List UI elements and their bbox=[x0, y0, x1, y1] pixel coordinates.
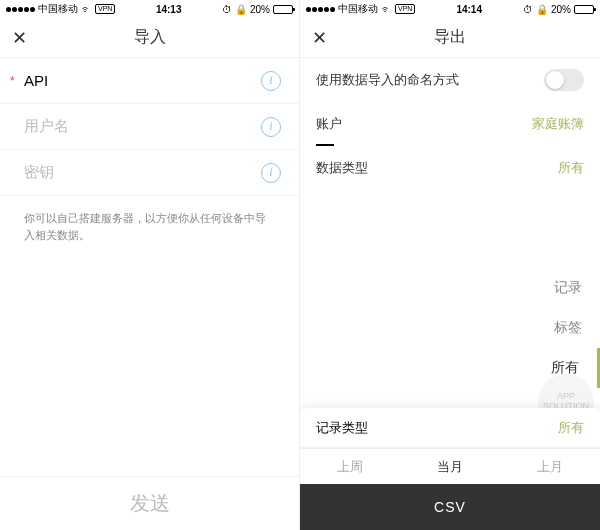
username-field-row[interactable]: 用户名 i bbox=[0, 104, 299, 150]
tab-this-month[interactable]: 当月 bbox=[400, 449, 500, 484]
datatype-value: 所有 bbox=[558, 159, 584, 177]
import-form: * API i 用户名 i 密钥 i 你可以自己搭建服务器，以方便你从任何设备中… bbox=[0, 58, 299, 476]
tab-last-month[interactable]: 上月 bbox=[500, 449, 600, 484]
alarm-icon: ⏱ bbox=[523, 4, 533, 15]
export-screen: 中国移动 ᯤ VPN 14:14 ⏱ 🔒 20% ✕ 导出 使用数据导入的命名方… bbox=[300, 0, 600, 530]
required-star: * bbox=[10, 74, 15, 88]
picker-item[interactable]: 记录 bbox=[520, 268, 600, 308]
naming-toggle-row: 使用数据导入的命名方式 bbox=[300, 58, 600, 102]
close-icon[interactable]: ✕ bbox=[312, 27, 327, 49]
account-label: 账户 bbox=[316, 115, 342, 133]
record-type-value: 所有 bbox=[558, 419, 584, 437]
lock-icon: 🔒 bbox=[536, 4, 548, 15]
record-type-row[interactable]: 记录类型 所有 bbox=[300, 408, 600, 448]
battery-percent: 20% bbox=[250, 4, 270, 15]
alarm-icon: ⏱ bbox=[222, 4, 232, 15]
datatype-picker[interactable]: 记录 标签 所有 bbox=[520, 268, 600, 388]
key-label: 密钥 bbox=[24, 163, 261, 182]
hint-text: 你可以自己搭建服务器，以方便你从任何设备中导入相关数据。 bbox=[0, 196, 299, 257]
info-icon[interactable]: i bbox=[261, 163, 281, 183]
export-content: 使用数据导入的命名方式 账户 家庭账簿 数据类型 所有 记录 标签 所有 APP… bbox=[300, 58, 600, 530]
export-panel: 记录类型 所有 上周 当月 上月 CSV bbox=[300, 408, 600, 530]
battery-icon bbox=[273, 5, 293, 14]
account-row[interactable]: 账户 家庭账簿 bbox=[300, 102, 600, 146]
wifi-icon: ᯤ bbox=[381, 3, 392, 15]
wifi-icon: ᯤ bbox=[81, 3, 92, 15]
info-icon[interactable]: i bbox=[261, 71, 281, 91]
status-bar: 中国移动 ᯤ VPN 14:13 ⏱ 🔒 20% bbox=[0, 0, 299, 18]
close-icon[interactable]: ✕ bbox=[12, 27, 27, 49]
picker-item[interactable]: 标签 bbox=[520, 308, 600, 348]
username-label: 用户名 bbox=[24, 117, 261, 136]
status-time: 14:13 bbox=[115, 4, 222, 15]
battery-percent: 20% bbox=[551, 4, 571, 15]
status-bar: 中国移动 ᯤ VPN 14:14 ⏱ 🔒 20% bbox=[300, 0, 600, 18]
naming-toggle[interactable] bbox=[544, 69, 584, 91]
tab-last-week[interactable]: 上周 bbox=[300, 449, 400, 484]
datatype-label: 数据类型 bbox=[316, 159, 368, 177]
datatype-row[interactable]: 数据类型 所有 bbox=[300, 146, 600, 190]
battery-icon bbox=[574, 5, 594, 14]
import-screen: 中国移动 ᯤ VPN 14:13 ⏱ 🔒 20% ✕ 导入 * API i 用户… bbox=[0, 0, 300, 530]
period-tabs: 上周 当月 上月 bbox=[300, 448, 600, 484]
carrier-label: 中国移动 bbox=[338, 2, 378, 16]
send-button[interactable]: 发送 bbox=[0, 476, 299, 530]
info-icon[interactable]: i bbox=[261, 117, 281, 137]
record-type-label: 记录类型 bbox=[316, 419, 368, 437]
naming-label: 使用数据导入的命名方式 bbox=[316, 71, 459, 89]
vpn-badge: VPN bbox=[95, 4, 115, 14]
nav-bar: ✕ 导入 bbox=[0, 18, 299, 58]
page-title: 导出 bbox=[300, 27, 600, 48]
api-label: API bbox=[24, 72, 261, 89]
csv-button[interactable]: CSV bbox=[300, 484, 600, 530]
carrier-label: 中国移动 bbox=[38, 2, 78, 16]
page-title: 导入 bbox=[0, 27, 299, 48]
nav-bar: ✕ 导出 bbox=[300, 18, 600, 58]
status-time: 14:14 bbox=[415, 4, 523, 15]
api-field-row[interactable]: * API i bbox=[0, 58, 299, 104]
vpn-badge: VPN bbox=[395, 4, 415, 14]
key-field-row[interactable]: 密钥 i bbox=[0, 150, 299, 196]
account-value: 家庭账簿 bbox=[532, 115, 584, 133]
lock-icon: 🔒 bbox=[235, 4, 247, 15]
